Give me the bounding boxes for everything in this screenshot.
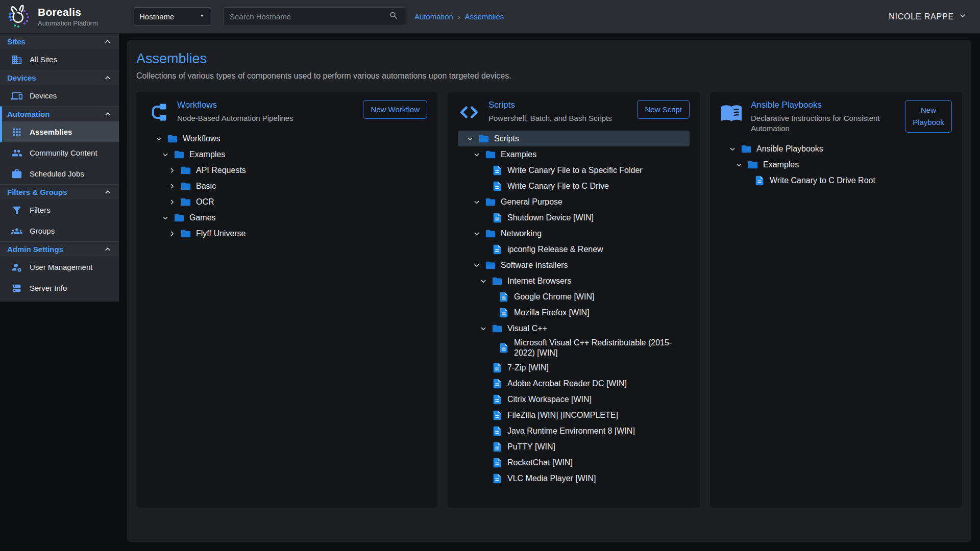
tree-folder-examples[interactable]: Examples <box>146 146 427 162</box>
devices-icon <box>11 90 22 102</box>
tree-folder-visual-c[interactable]: Visual C++ <box>458 320 690 336</box>
tree-item-label: Ansible Playbooks <box>756 142 823 156</box>
chevron-right-icon[interactable] <box>167 197 180 207</box>
file-icon <box>492 378 503 389</box>
chevron-down-icon[interactable] <box>472 229 485 238</box>
workflow-icon <box>146 100 169 123</box>
tree-file-write-canary-to-c-drive-root[interactable]: Write Canary to C Drive Root <box>720 173 952 189</box>
tree-item-label: Adobe Acrobat Reader DC [WIN] <box>507 377 627 390</box>
tree-file-putty-win[interactable]: PuTTY [WIN] <box>458 439 690 455</box>
sidebar-section-sites[interactable]: Sites <box>0 34 119 49</box>
sidebar-item-filters[interactable]: Filters <box>0 199 119 220</box>
tree-folder-basic[interactable]: Basic <box>146 178 427 194</box>
file-icon <box>498 307 509 318</box>
chevron-down-icon[interactable] <box>154 134 167 143</box>
tree-item-label: Examples <box>501 148 536 161</box>
tree-file-ipconfig-release-renew[interactable]: ipconfig Release & Renew <box>458 241 690 257</box>
tree-folder-internet-browsers[interactable]: Internet Browsers <box>458 273 690 289</box>
chevron-down-icon[interactable] <box>479 277 492 286</box>
tree-file-mozilla-firefox-win[interactable]: Mozilla Firefox [WIN] <box>458 305 690 320</box>
tree-folder-examples[interactable]: Examples <box>720 157 952 173</box>
tree-file-vlc-media-player-win[interactable]: VLC Media Player [WIN] <box>458 470 690 486</box>
tree-file-google-chrome-win[interactable]: Google Chrome [WIN] <box>458 289 690 305</box>
chevron-down-icon[interactable] <box>472 197 485 207</box>
tree-file-java-runtime-environment-8-win[interactable]: Java Runtime Environment 8 [WIN] <box>458 423 690 439</box>
chevron-down-icon[interactable] <box>734 160 747 169</box>
tree-item-label: Examples <box>763 158 799 171</box>
file-icon <box>492 473 503 484</box>
chevron-up-icon[interactable] <box>104 110 112 118</box>
sidebar-item-community-content[interactable]: Community Content <box>0 142 119 163</box>
tree-item-label: Write Canary File to C Drive <box>507 180 609 193</box>
card-title: Scripts <box>488 100 629 110</box>
sidebar-item-server-info[interactable]: Server Info <box>0 278 119 298</box>
tree-folder-ansible-playbooks[interactable]: Ansible Playbooks <box>720 141 952 157</box>
tree-file-adobe-acrobat-reader-dc-win[interactable]: Adobe Acrobat Reader DC [WIN] <box>458 375 690 391</box>
chevron-up-icon[interactable] <box>104 38 112 46</box>
chevron-down-icon[interactable] <box>728 144 741 154</box>
tree-file-filezilla-win-incomplete[interactable]: FileZilla [WIN] [INCOMPLETE] <box>458 407 690 423</box>
user-menu[interactable]: NICOLE RAPPE <box>889 12 967 22</box>
tree-file-write-canary-file-to-c-drive[interactable]: Write Canary File to C Drive <box>458 178 690 194</box>
tree-folder-ocr[interactable]: OCR <box>146 194 427 210</box>
tree-folder-games[interactable]: Games <box>146 210 427 226</box>
sidebar-item-scheduled-jobs[interactable]: Scheduled Jobs <box>0 163 119 184</box>
tree-folder-general-purpose[interactable]: General Purpose <box>458 194 690 210</box>
chevron-down-icon[interactable] <box>472 150 485 159</box>
tree-folder-scripts[interactable]: Scripts <box>458 131 690 146</box>
tree-folder-networking[interactable]: Networking <box>458 226 690 241</box>
folder-icon <box>485 149 496 160</box>
sidebar-section-automation[interactable]: Automation <box>0 106 119 121</box>
tree-file-write-canary-file-to-a-specific-folder[interactable]: Write Canary File to a Specific Folder <box>458 162 690 178</box>
tree-file-shutdown-device-win[interactable]: Shutdown Device [WIN] <box>458 210 690 226</box>
tree-folder-api-requests[interactable]: API Requests <box>146 162 427 178</box>
sidebar-item-devices[interactable]: Devices <box>0 85 119 106</box>
hostname-select[interactable]: Hostname <box>134 7 211 26</box>
sidebar-item-label: Groups <box>30 227 55 235</box>
sidebar-item-assemblies[interactable]: Assemblies <box>0 121 119 142</box>
search-icon[interactable] <box>389 11 399 22</box>
tree-file-microsoft-visual-c-redistributable-2015-2022-win[interactable]: Microsoft Visual C++ Redistributable (20… <box>458 336 690 360</box>
chevron-down-icon[interactable] <box>472 261 485 270</box>
tree-file-7-zip-win[interactable]: 7-Zip [WIN] <box>458 360 690 375</box>
chevron-right-icon[interactable] <box>167 229 180 238</box>
chevron-down-icon[interactable] <box>465 134 478 143</box>
chevron-down-icon[interactable] <box>161 150 174 159</box>
tree-folder-software-installers[interactable]: Software Installers <box>458 257 690 273</box>
new-script-button[interactable]: New Script <box>637 100 690 119</box>
chevron-up-icon[interactable] <box>104 74 112 82</box>
breadcrumb-assemblies[interactable]: Assemblies <box>465 12 504 21</box>
search-input[interactable] <box>230 12 385 21</box>
sidebar-item-groups[interactable]: Groups <box>0 220 119 241</box>
card-header: ScriptsPowershell, Batch, and Bash Scrip… <box>458 100 690 123</box>
file-icon <box>492 362 503 373</box>
sidebar-section-devices[interactable]: Devices <box>0 70 119 85</box>
chevron-right-icon[interactable] <box>167 182 180 191</box>
sidebar-section-filters-groups[interactable]: Filters & Groups <box>0 184 119 199</box>
new-playbook-button[interactable]: New Playbook <box>905 100 952 133</box>
sidebar-section-admin-settings[interactable]: Admin Settings <box>0 241 119 257</box>
folder-icon <box>180 181 191 192</box>
tree-file-rocketchat-win[interactable]: RocketChat [WIN] <box>458 455 690 470</box>
server-icon <box>11 283 22 294</box>
hostname-search[interactable] <box>223 7 405 26</box>
file-icon <box>492 181 503 192</box>
chevron-up-icon[interactable] <box>104 188 112 196</box>
sidebar-item-all-sites[interactable]: All Sites <box>0 49 119 70</box>
breadcrumb-automation[interactable]: Automation <box>414 12 453 21</box>
folder-icon <box>485 228 496 239</box>
sidebar-item-user-management[interactable]: User Management <box>0 257 119 278</box>
card-titles: ScriptsPowershell, Batch, and Bash Scrip… <box>488 100 629 123</box>
chevron-down-icon[interactable] <box>479 324 492 333</box>
tree-folder-examples[interactable]: Examples <box>458 146 690 162</box>
tree-file-citrix-workspace-win[interactable]: Citrix Workspace [WIN] <box>458 391 690 407</box>
sidebar-item-label: Scheduled Jobs <box>30 169 84 178</box>
new-workflow-button[interactable]: New Workflow <box>363 100 427 119</box>
chevron-right-icon[interactable] <box>167 166 180 175</box>
tree-item-label: 7-Zip [WIN] <box>507 361 549 374</box>
chevron-down-icon[interactable] <box>161 213 174 222</box>
chevron-up-icon[interactable] <box>104 245 112 254</box>
tree-folder-workflows[interactable]: Workflows <box>146 131 427 146</box>
card-workflows: WorkflowsNode-Based Automation Pipelines… <box>136 92 437 508</box>
tree-folder-flyff-universe[interactable]: Flyff Universe <box>146 226 427 241</box>
